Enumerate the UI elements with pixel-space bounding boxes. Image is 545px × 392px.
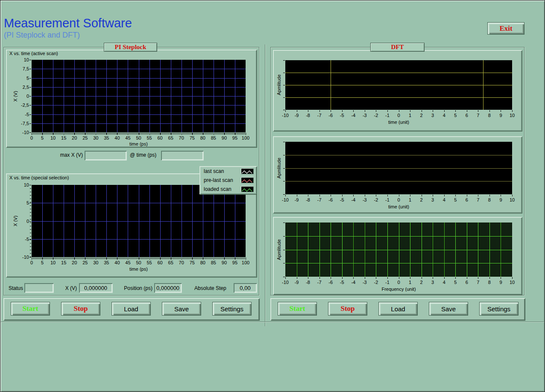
x-axis-labels: -10-9-8-7-6-5-4-3-2-1012345678910 [285,197,512,202]
graph-active-scan-xlabel: time (ps) [32,141,246,146]
tab-pi-steplock[interactable]: PI Steplock [104,43,157,52]
x-tick-label: 10 [510,197,515,202]
axis-tick-mark [29,132,31,133]
load-button[interactable]: Load [111,302,151,316]
x-tick-label: 6 [466,197,468,202]
x-axis-ticks [285,195,512,196]
load-button[interactable]: Load [378,302,418,316]
axis-tick-mark [489,195,490,196]
stop-button[interactable]: Stop [328,302,367,316]
x-tick-label: 5 [41,135,44,140]
x-tick-label: -9 [295,113,299,118]
x-tick-label: 30 [93,260,98,265]
axis-tick-mark [342,110,343,112]
axis-tick-mark [224,133,225,135]
stop-button[interactable]: Stop [61,302,100,316]
axis-tick-mark [319,277,320,279]
legend-item[interactable]: loaded scan [199,185,257,194]
legend-item-label: last scan [204,168,224,174]
axis-tick-mark [117,133,117,135]
x-tick-label: 3 [431,113,434,118]
grid-line-horizontal [32,114,246,115]
grid-line-horizontal [285,85,512,85]
plot-special-selection [32,185,246,257]
x-tick-label: 75 [190,135,195,140]
status-label: Status [9,285,23,291]
max-x-field[interactable] [85,151,126,160]
axis-tick-mark [283,222,285,223]
x-tick-label: 2 [420,113,423,118]
legend-item[interactable]: last scan [199,167,257,176]
x-value-field[interactable]: 0,000000 [79,283,112,293]
start-button[interactable]: Start [11,302,50,316]
x-tick-label: -5 [340,197,344,202]
absolute-step-field[interactable]: 0,00 [234,283,257,293]
axis-tick-mark [160,133,161,135]
x-tick-label: 55 [147,135,152,140]
max-x-label: max X (V) [36,152,83,158]
axis-tick-mark [308,277,308,279]
save-button[interactable]: Save [162,302,201,316]
grid-line-horizontal [32,105,246,105]
save-button[interactable]: Save [429,302,468,316]
legend-item[interactable]: pre-last scan [199,176,257,185]
axis-tick-mark [53,257,53,260]
axis-tick-mark [171,257,171,260]
x-tick-label: 0 [397,197,400,202]
at-time-field[interactable] [161,151,203,160]
axis-tick-mark [246,257,246,260]
axis-tick-mark [182,257,182,260]
axis-tick-mark [285,277,286,279]
x-tick-label: 20 [72,260,77,265]
axis-tick-mark [203,133,203,135]
position-field[interactable]: 0,000000 [154,283,182,293]
x-tick-label: 40 [114,135,120,140]
axis-tick-mark [29,78,31,79]
tab-dft[interactable]: DFT [370,43,425,52]
y-tick-label: -5 [25,237,29,242]
axis-tick-mark [106,133,107,135]
axis-tick-mark [29,69,31,69]
status-field[interactable] [24,283,53,293]
axis-tick-mark [42,133,43,135]
x-tick-label: -1 [385,197,390,202]
axis-tick-mark [117,257,117,260]
x-tick-label: 2 [420,280,423,285]
grid-line-horizontal [285,155,512,155]
x-tick-label: 80 [200,260,205,265]
start-button[interactable]: Start [278,302,317,316]
x-tick-label: 3 [431,280,434,285]
axis-tick-mark [376,110,376,112]
at-time-label: @ time (ps) [130,152,156,158]
legend-waveform-icon [241,186,254,192]
axis-tick-mark [410,277,410,279]
x-tick-label: -6 [328,197,333,202]
dft-graph-2-xlabel: time (unit) [285,204,512,209]
x-tick-label: 55 [147,260,152,265]
axis-tick-mark [283,181,285,181]
axis-tick-mark [160,257,161,260]
settings-button[interactable]: Settings [479,302,519,316]
grid-line-horizontal [285,168,512,169]
x-tick-label: 3 [431,197,434,202]
axis-tick-mark [410,110,410,112]
x-tick-label: 10 [50,135,56,140]
x-tick-label: -3 [363,197,367,202]
dft-graph-3-xlabel: Frequency (unit) [285,287,512,292]
x-tick-label: 9 [499,197,502,202]
axis-tick-mark [203,257,203,260]
dft-plot-time-1 [285,60,512,110]
settings-button[interactable]: Settings [212,302,252,316]
x-tick-label: -1 [385,280,390,285]
x-tick-label: 8 [488,113,491,118]
y-tick-label: -10 [22,130,29,135]
exit-button[interactable]: Exit [487,22,524,35]
x-tick-label: -5 [340,280,344,285]
axis-tick-mark [387,195,388,196]
axis-tick-mark [478,110,478,112]
x-tick-label: 60 [157,135,162,140]
axis-tick-mark [283,168,285,169]
axis-tick-mark [53,133,53,135]
dft-panel: Apmlitude -10-9-8-7-6-5-4-3-2-1012345678… [270,47,524,295]
axis-tick-mark [32,133,32,135]
